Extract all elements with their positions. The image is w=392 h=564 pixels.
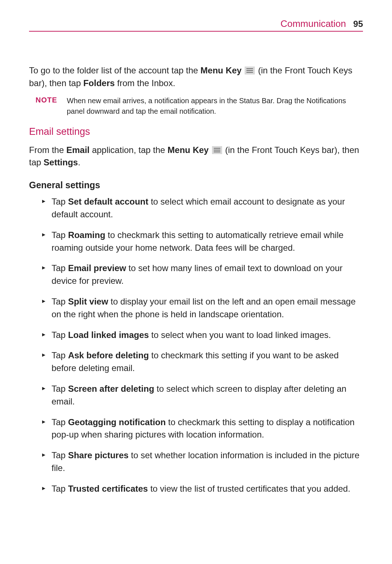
general-settings-heading: General settings [29, 180, 363, 190]
menu-key-label: Menu Key [200, 65, 241, 75]
es-mid: application, tap the [90, 145, 168, 155]
folders-label: Folders [83, 78, 115, 88]
es-pre: From the [29, 145, 66, 155]
list-item: Tap Screen after deleting to select whic… [44, 383, 363, 408]
menu-key-label-2: Menu Key [168, 145, 209, 155]
li-bold: Screen after deleting [68, 384, 154, 394]
list-item: Tap Split view to display your email lis… [44, 295, 363, 321]
li-bold: Email preview [68, 263, 126, 273]
note-label: NOTE [36, 96, 67, 117]
li-pre: Tap [52, 230, 68, 240]
list-item: Tap Load linked images to select when yo… [44, 329, 363, 342]
intro-post2: from the Inbox. [115, 78, 175, 88]
li-pre: Tap [52, 330, 68, 340]
list-item: Tap Roaming to checkmark this setting to… [44, 229, 363, 254]
es-post: . [78, 157, 81, 167]
general-settings-list: Tap Set default account to select which … [29, 196, 363, 495]
li-bold: Load linked images [68, 330, 149, 340]
li-pre: Tap [52, 350, 68, 360]
list-item: Tap Share pictures to set whether locati… [44, 449, 363, 475]
email-settings-heading: Email settings [29, 126, 363, 137]
li-pre: Tap [52, 297, 68, 306]
note-text: When new email arrives, a notification a… [67, 96, 363, 117]
li-bold: Split view [68, 297, 108, 306]
intro-pre: To go to the folder list of the account … [29, 65, 200, 75]
intro-paragraph: To go to the folder list of the account … [29, 64, 363, 90]
note-block: NOTE When new email arrives, a notificat… [36, 96, 363, 117]
list-item: Tap Set default account to select which … [44, 196, 363, 221]
li-bold: Geotagging notification [68, 417, 166, 427]
li-pre: Tap [52, 197, 68, 206]
li-bold: Roaming [68, 230, 105, 240]
menu-icon [212, 146, 222, 154]
menu-icon [245, 67, 255, 74]
email-app-label: Email [66, 145, 90, 155]
list-item: Tap Geotagging notification to checkmark… [44, 416, 363, 442]
list-item: Tap Email preview to set how many lines … [44, 262, 363, 287]
li-bold: Share pictures [68, 450, 128, 460]
list-item: Tap Ask before deleting to checkmark thi… [44, 349, 363, 375]
li-post: to view the list of trusted certificates… [148, 484, 350, 494]
li-bold: Trusted certificates [68, 484, 148, 494]
li-pre: Tap [52, 417, 68, 427]
email-settings-intro: From the Email application, tap the Menu… [29, 144, 363, 169]
li-pre: Tap [52, 263, 68, 273]
page-header: Communication 95 [29, 18, 363, 32]
li-post: to select when you want to load linked i… [149, 330, 331, 340]
section-title: Communication [281, 18, 346, 29]
li-bold: Ask before deleting [68, 350, 149, 360]
li-pre: Tap [52, 450, 68, 460]
settings-label: Settings [44, 157, 78, 167]
list-item: Tap Trusted certificates to view the lis… [44, 483, 363, 495]
li-pre: Tap [52, 384, 68, 394]
page-content: Communication 95 To go to the folder lis… [0, 0, 392, 525]
li-bold: Set default account [68, 197, 148, 206]
li-pre: Tap [52, 484, 68, 494]
page-number: 95 [353, 19, 363, 29]
